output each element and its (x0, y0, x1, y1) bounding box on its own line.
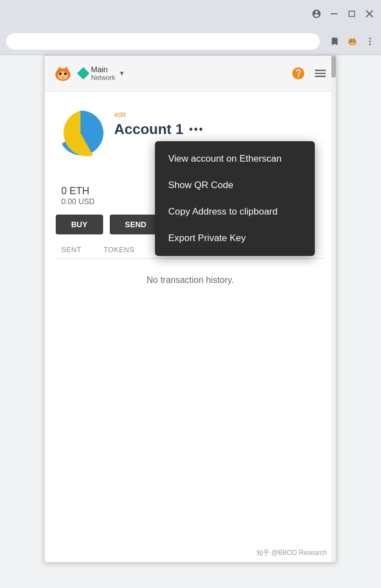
svg-point-18 (64, 72, 67, 75)
watermark: 知乎 @BBOD Research (256, 548, 327, 558)
svg-point-10 (369, 38, 371, 39)
restore-button[interactable] (347, 9, 357, 19)
extension-icon[interactable] (347, 36, 358, 47)
transaction-area: No transaction history. (56, 259, 325, 302)
svg-point-7 (350, 40, 355, 45)
account-dropdown-menu: View account on Etherscan Show QR Code C… (155, 141, 315, 256)
scrollbar-thumb[interactable] (331, 56, 336, 78)
account-info: edit Account 1 ••• (114, 108, 325, 138)
minimize-button[interactable] (329, 9, 339, 19)
support-icon[interactable] (291, 66, 306, 81)
more-menu-icon[interactable] (364, 36, 375, 47)
hamburger-menu-icon[interactable] (313, 66, 328, 81)
close-button[interactable] (364, 9, 374, 19)
account-avatar (56, 108, 105, 158)
network-selector[interactable]: Main Network ▼ (79, 65, 125, 82)
svg-rect-0 (331, 13, 337, 14)
title-bar (0, 0, 381, 28)
export-private-key-item[interactable]: Export Private Key (155, 225, 315, 252)
address-bar-row (0, 28, 381, 55)
network-name: Main Network (91, 65, 115, 82)
show-qr-code-item[interactable]: Show QR Code (155, 172, 315, 199)
popup-main: edit Account 1 ••• View account on Ether… (45, 92, 336, 302)
svg-rect-1 (349, 11, 355, 17)
browser-frame: Main Network ▼ (0, 0, 381, 588)
send-button[interactable]: SEND (110, 215, 162, 234)
svg-point-9 (353, 41, 354, 42)
account-name-row: Account 1 ••• (114, 121, 325, 138)
account-name: Account 1 (114, 121, 184, 138)
view-etherscan-item[interactable]: View account on Etherscan (155, 146, 315, 172)
tab-tokens[interactable]: TOKENS (104, 245, 135, 258)
chevron-down-icon: ▼ (119, 70, 125, 77)
no-history-message: No transaction history. (147, 275, 234, 285)
buy-button[interactable]: BUY (56, 215, 103, 234)
popup-header: Main Network ▼ (45, 56, 336, 92)
window-controls (312, 9, 374, 19)
address-bar[interactable] (6, 33, 320, 50)
scrollbar[interactable] (331, 56, 336, 563)
edit-link[interactable]: edit (114, 110, 325, 119)
network-diamond-icon (77, 67, 90, 80)
address-bar-icons (329, 36, 375, 47)
account-options-button[interactable]: ••• (189, 123, 204, 136)
svg-point-8 (351, 41, 352, 42)
metamask-logo (52, 63, 73, 84)
bookmark-icon[interactable] (329, 36, 340, 47)
svg-point-17 (59, 72, 62, 75)
svg-point-11 (369, 40, 371, 42)
svg-point-12 (369, 43, 371, 45)
tab-sent[interactable]: SENT (61, 245, 82, 258)
copy-address-item[interactable]: Copy Address to clipboard (155, 199, 315, 225)
metamask-popup: Main Network ▼ (44, 55, 336, 563)
header-right-icons (291, 66, 328, 81)
profile-icon[interactable] (312, 9, 321, 19)
